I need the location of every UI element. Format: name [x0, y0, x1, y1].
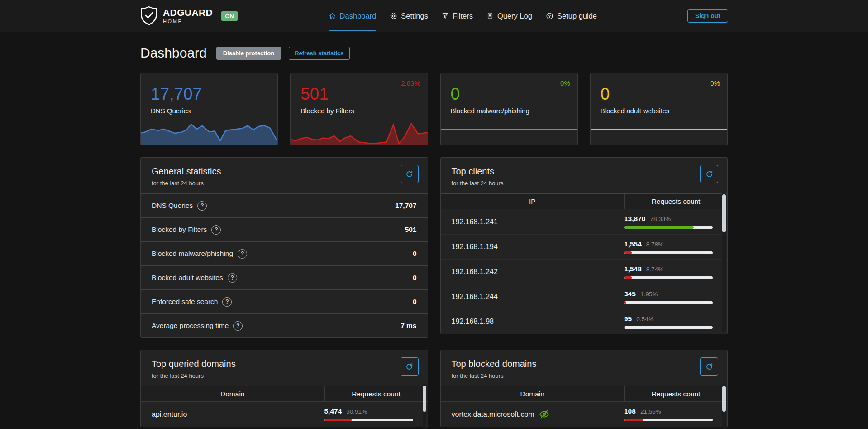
table-row: 192.168.1.241 13,87078.33% [441, 209, 728, 234]
stat-value: 0 [601, 85, 717, 104]
progress-bar [624, 226, 713, 229]
refresh-statistics-button[interactable]: Refresh statistics [289, 47, 349, 60]
disable-protection-button[interactable]: Disable protection [216, 47, 281, 60]
nav-label: Query Log [497, 12, 532, 20]
panel-title: Top clients [452, 166, 717, 177]
nav-label: Filters [453, 12, 473, 20]
column-header-requests: Requests count [324, 386, 428, 401]
panel-subtitle: for the last 24 hours [152, 180, 417, 187]
panel-title: General statistics [152, 166, 417, 177]
stat-row: Enforced safe search? 0 [141, 289, 428, 313]
requests-value: 13,870 [624, 215, 645, 223]
refresh-panel-button[interactable] [700, 357, 718, 376]
trend-percent: 0% [710, 79, 720, 87]
nav-label: Settings [401, 12, 428, 20]
requests-percent: 8.78% [646, 241, 663, 248]
requests-cell: 13,87078.33% [624, 215, 727, 229]
nav-item-filters[interactable]: Filters [442, 0, 473, 32]
scrollbar-track[interactable] [722, 384, 726, 429]
column-header-requests: Requests count [624, 386, 727, 401]
stat-label: Blocked adult websites [601, 107, 670, 115]
refresh-panel-button[interactable] [401, 165, 419, 183]
help-icon[interactable]: ? [233, 321, 243, 331]
scrollbar-track[interactable] [423, 384, 426, 429]
nav-item-dashboard[interactable]: Dashboard [329, 0, 377, 32]
panel-header: Top clients for the last 24 hours [441, 158, 728, 193]
help-icon[interactable]: ? [197, 201, 207, 211]
requests-value: 108 [624, 407, 636, 415]
scrollbar-thumb[interactable] [423, 386, 426, 412]
nav-label: Dashboard [340, 12, 377, 20]
requests-value: 1,554 [624, 240, 642, 248]
requests-cell: 1,5488.74% [624, 265, 727, 279]
table-row: api.entur.io 5,47430.91% [141, 402, 428, 427]
stat-label-link[interactable]: Blocked by Filters [300, 107, 354, 115]
stat-row: Average processing time? 7 ms [141, 313, 428, 337]
general-statistics-panel: General statistics for the last 24 hours… [140, 157, 428, 338]
panel-subtitle: for the last 24 hours [452, 372, 717, 379]
refresh-icon [706, 170, 713, 178]
domain-name: api.entur.io [152, 410, 324, 419]
sparkline-chart [290, 118, 428, 145]
nav-item-setup-guide[interactable]: ? Setup guide [546, 0, 597, 32]
stat-row-value: 7 ms [401, 322, 416, 330]
progress-bar [624, 251, 713, 254]
requests-percent: 78.33% [650, 216, 671, 222]
stat-row: Blocked adult websites? 0 [141, 265, 428, 289]
requests-value: 5,474 [324, 407, 342, 415]
panel-header: General statistics for the last 24 hours [141, 158, 428, 193]
scrollbar-track[interactable] [722, 193, 726, 332]
panel-subtitle: for the last 24 hours [152, 372, 417, 379]
requests-percent: 0.54% [636, 316, 653, 323]
adguard-home-logo[interactable]: ADGUARD HOME ON [140, 5, 238, 26]
refresh-panel-button[interactable] [700, 165, 718, 183]
funnel-icon [442, 12, 449, 19]
stat-row-label: Average processing time? [152, 321, 243, 331]
stat-row-label: DNS Queries? [152, 201, 207, 211]
stat-row-label: Blocked adult websites? [152, 273, 237, 283]
requests-value: 345 [624, 290, 636, 298]
main-nav: Dashboard Settings Filters [329, 0, 597, 32]
brand-name: ADGUARD [163, 8, 213, 17]
panel-title: Top blocked domains [452, 359, 717, 369]
clients-table: IP Requests count 192.168.1.241 13,87078… [441, 193, 728, 334]
stat-value: 0 [451, 85, 568, 104]
refresh-icon [706, 363, 713, 371]
brand-text: ADGUARD HOME [163, 8, 213, 24]
card-blocked-adult: 0% 0 Blocked adult websites [590, 73, 728, 145]
help-icon[interactable]: ? [211, 225, 221, 235]
gear-icon [390, 12, 397, 20]
refresh-icon [405, 363, 413, 371]
card-dns-queries: 17,707 DNS Queries [140, 73, 278, 145]
column-header-domain: Domain [441, 386, 625, 401]
requests-percent: 30.91% [346, 408, 367, 415]
sparkline-chart [140, 118, 278, 145]
progress-bar [624, 419, 713, 421]
panel-header: Top blocked domains for the last 24 hour… [441, 350, 728, 386]
requests-cell: 950.54% [624, 315, 727, 329]
table-row: 192.168.1.244 3451.95% [441, 284, 728, 309]
client-ip: 192.168.1.241 [452, 218, 625, 226]
column-header-requests: Requests count [624, 194, 727, 209]
nav-item-settings[interactable]: Settings [390, 0, 428, 32]
scrollbar-thumb[interactable] [722, 386, 726, 412]
stat-row-value: 0 [413, 274, 417, 282]
general-statistics-list: DNS Queries? 17,707 Blocked by Filters? … [141, 193, 428, 337]
help-icon[interactable]: ? [222, 297, 232, 307]
sign-out-button[interactable]: Sign out [687, 9, 728, 23]
progress-bar [624, 276, 713, 279]
stat-row-label: Enforced safe search? [152, 297, 232, 307]
requests-cell: 5,47430.91% [324, 407, 428, 421]
question-circle-icon: ? [546, 12, 553, 20]
refresh-panel-button[interactable] [401, 357, 419, 376]
table-row: vortex.data.microsoft.com 10821.56% [441, 402, 728, 427]
stat-row-label: Blocked malware/phishing? [152, 249, 247, 259]
help-icon[interactable]: ? [228, 273, 237, 283]
scrollbar-thumb[interactable] [722, 194, 726, 232]
stat-row: Blocked by Filters? 501 [141, 217, 428, 241]
eye-off-icon [539, 409, 549, 419]
flat-sparkline [591, 129, 727, 130]
table-row: 192.168.1.98 950.54% [441, 309, 728, 334]
nav-item-query-log[interactable]: Query Log [486, 0, 532, 32]
help-icon[interactable]: ? [238, 249, 247, 259]
